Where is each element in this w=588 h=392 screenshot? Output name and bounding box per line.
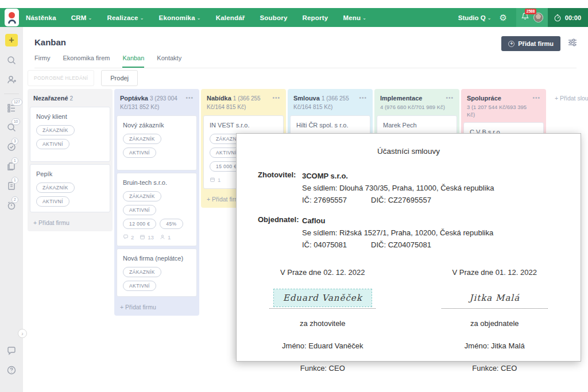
- tab-kontakty[interactable]: Kontakty: [157, 55, 181, 68]
- menu-nastenka[interactable]: Nástěnka: [26, 14, 56, 21]
- header-actions: + Přidat firmu: [501, 36, 578, 51]
- signature-zhotovitel[interactable]: Eduard Vaněček: [274, 289, 372, 306]
- search-icon[interactable]: [6, 55, 17, 66]
- column-menu-icon[interactable]: •••: [272, 95, 280, 101]
- time-check-icon[interactable]: 3: [6, 141, 17, 153]
- board-settings-icon[interactable]: [567, 38, 578, 49]
- menu-reporty[interactable]: Reporty: [303, 14, 328, 21]
- menu-soubory[interactable]: Soubory: [260, 14, 287, 21]
- calendar-icon: [210, 177, 215, 183]
- menu-realizace[interactable]: Realizace⌄: [107, 14, 144, 21]
- party-ic: IČ: 04075081: [302, 240, 347, 249]
- column-menu-icon[interactable]: •••: [446, 95, 454, 101]
- signature-line-right: Jitka Malá: [442, 289, 548, 309]
- chevron-down-icon: ⌄: [140, 15, 144, 21]
- alarm-icon[interactable]: 2: [6, 200, 17, 211]
- column-count: 2: [70, 95, 74, 102]
- card-nova-firma[interactable]: Nová firma (neplátce) ZÁKAZNÍK AKTIVNÍ: [117, 249, 197, 297]
- app-logo[interactable]: [5, 9, 19, 26]
- add-column-link[interactable]: + Přidat sloup: [555, 95, 588, 102]
- tab-ekonomika-firem[interactable]: Ekonomika firem: [63, 55, 110, 68]
- for-labels: za zhotovitele za objednatele: [237, 319, 581, 328]
- card-bruin-tech[interactable]: Bruin-tech s.r.o. ZÁKAZNÍK AKTIVNÍ 12 00…: [117, 173, 197, 246]
- document-badge: 1: [11, 177, 18, 184]
- documents-icon[interactable]: 1: [6, 161, 17, 172]
- alarm-badge: 2: [11, 196, 18, 203]
- signature-objednatel[interactable]: Jitka Malá: [460, 289, 529, 306]
- signature-line-left: Eduard Vaněček: [269, 289, 376, 309]
- tab-kanban[interactable]: Kanban: [122, 55, 144, 68]
- menu-menu[interactable]: Menu⌄: [343, 14, 366, 21]
- plus-circle-icon: +: [508, 41, 514, 47]
- app: Nástěnka CRM⌄ Realizace⌄ Ekonomika⌄ Kale…: [0, 0, 588, 392]
- top-navbar: Nástěnka CRM⌄ Realizace⌄ Ekonomika⌄ Kale…: [0, 8, 588, 27]
- sidebar-divider: [4, 94, 19, 94]
- card-title: Marek Pech: [383, 122, 451, 129]
- menu-kalendar[interactable]: Kalendář: [216, 14, 245, 21]
- page-title: Kanban: [34, 37, 66, 47]
- card-novy-zakaznik[interactable]: Nový zákazník ZÁKAZNÍK AKTIVNÍ: [117, 115, 197, 170]
- add-company-link[interactable]: + Přidat firmu: [28, 215, 113, 229]
- navbar-right: Studio Q⌄ ⚙ 2588 00:00: [458, 8, 588, 27]
- signer-name-right: Jméno: Jitka Malá: [409, 341, 581, 350]
- workspace-selector[interactable]: Studio Q⌄: [458, 14, 492, 21]
- add-contact-icon[interactable]: [6, 74, 17, 86]
- menu-crm[interactable]: CRM⌄: [71, 14, 92, 21]
- card-pepik[interactable]: Pepík ZÁKAZNÍK AKTIVNÍ: [30, 164, 110, 212]
- tasks-badge: 127: [11, 99, 22, 106]
- column-poptavka: Poptávka 3 (293 004 Kč/131 852 Kč) ••• N…: [114, 89, 199, 316]
- tag-chip: AKTIVNÍ: [123, 205, 156, 215]
- column-title: Nezařazené: [33, 95, 68, 102]
- prodej-filter-button[interactable]: Prodej: [101, 70, 138, 86]
- time-check-badge: 3: [11, 138, 18, 145]
- party-name: Caflou: [302, 215, 493, 227]
- tasks-list-icon[interactable]: 127: [6, 102, 17, 114]
- tag-chip: AKTIVNÍ: [36, 139, 69, 149]
- date-left: V Praze dne 02. 12. 2022: [237, 268, 409, 277]
- menu-ekonomika[interactable]: Ekonomika⌄: [159, 14, 201, 21]
- sidebar-collapse-button[interactable]: ›: [18, 329, 27, 338]
- tab-firmy[interactable]: Firmy: [34, 55, 51, 68]
- column-title: Spolupráce: [467, 95, 501, 102]
- column-menu-icon[interactable]: •••: [359, 95, 367, 101]
- party-role-label: Objednatel:: [258, 215, 302, 251]
- logo-head: [9, 12, 15, 18]
- stopwatch-icon: [554, 14, 562, 22]
- time-tracker[interactable]: 00:00: [548, 8, 588, 27]
- add-company-link[interactable]: + Přidat firmu: [114, 299, 199, 313]
- document-title: Účastníci smlouvy: [237, 147, 581, 156]
- column-title: Nabídka: [207, 95, 231, 102]
- chat-icon[interactable]: [6, 345, 17, 356]
- detailed-search-button[interactable]: PODROBNÉ HLEDÁNÍ: [28, 70, 94, 86]
- column-menu-icon[interactable]: •••: [532, 95, 540, 101]
- party-role-label: Zhotovitel:: [258, 170, 302, 206]
- party-objednatel: Objednatel: Caflou Se sídlem: Rižská 152…: [258, 215, 581, 251]
- sidebar-bottom: [0, 337, 23, 376]
- view-tabs: Firmy Ekonomika firem Kanban Kontakty: [34, 55, 577, 68]
- quick-add-button[interactable]: +: [5, 34, 18, 46]
- party-ic: IČ: 27695557: [302, 196, 347, 204]
- saved-search-badge: 10: [11, 118, 20, 125]
- column-nezarazene: Nezařazené 2 Nový klient ZÁKAZNÍK AKTIVN…: [28, 89, 113, 231]
- bell-icon[interactable]: 2588: [521, 12, 529, 23]
- saved-search-icon[interactable]: 10: [6, 122, 17, 133]
- signer-role-left: Funkce: CEO: [237, 364, 409, 372]
- party-zhotovitel: Zhotovitel: 3COMP s.r.o. Se sídlem: Dlou…: [258, 170, 581, 206]
- gear-icon[interactable]: ⚙: [499, 13, 506, 22]
- notification-badge: 2588: [525, 9, 536, 14]
- card-novy-klient[interactable]: Nový klient ZÁKAZNÍK AKTIVNÍ: [30, 107, 110, 162]
- document-icon[interactable]: 1: [6, 180, 17, 192]
- signing-dates: V Praze dne 02. 12. 2022 V Praze dne 01.…: [237, 268, 581, 277]
- tag-chip: ZÁKAZNÍK: [123, 134, 161, 144]
- help-icon[interactable]: [6, 364, 17, 376]
- main-menu: Nástěnka CRM⌄ Realizace⌄ Ekonomika⌄ Kale…: [26, 14, 366, 21]
- logo-body: [8, 20, 16, 24]
- tag-chip: ZÁKAZNÍK: [123, 191, 161, 201]
- add-company-button[interactable]: + Přidat firmu: [501, 36, 560, 51]
- card-title: Nový klient: [36, 113, 104, 120]
- tag-chip: ZÁKAZNÍK: [36, 183, 75, 193]
- column-menu-icon[interactable]: •••: [185, 95, 194, 101]
- percent-chip: 45%: [160, 219, 183, 229]
- party-address: Se sídlem: Rižská 1527/1, Praha, 10200, …: [302, 227, 493, 239]
- notification-panel: 2588: [516, 8, 548, 27]
